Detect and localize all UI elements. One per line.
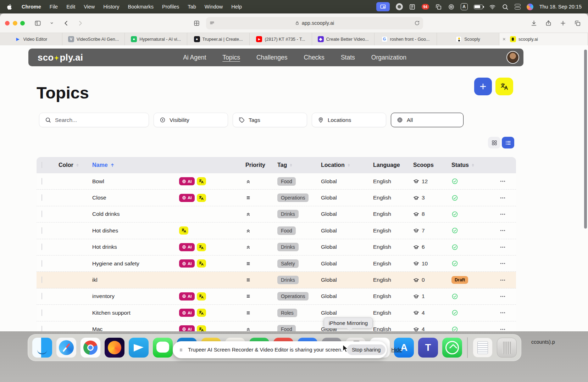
- menu-item-file[interactable]: File: [50, 4, 58, 10]
- dock-teams-icon[interactable]: T: [418, 338, 438, 358]
- nav-item-checks[interactable]: Checks: [304, 54, 324, 61]
- table-row[interactable]: inventoryAIOperationsGlobalEnglish1: [37, 288, 516, 305]
- airdrop-icon[interactable]: [448, 4, 455, 10]
- column-header-tag[interactable]: Tag: [272, 162, 317, 168]
- browser-tab[interactable]: ◆Create Better Video...: [312, 33, 375, 45]
- row-checkbox[interactable]: [41, 293, 42, 299]
- menu-item-tab[interactable]: Tab: [188, 4, 196, 10]
- tab-close-icon[interactable]: [502, 37, 506, 41]
- row-checkbox[interactable]: [41, 194, 42, 201]
- row-checkbox[interactable]: [41, 309, 42, 316]
- dock-firefox-icon[interactable]: [105, 338, 124, 358]
- window-copy-icon[interactable]: [435, 4, 442, 10]
- nav-item-stats[interactable]: Stats: [341, 54, 355, 61]
- siri-icon[interactable]: [527, 4, 533, 10]
- search-input[interactable]: [55, 117, 143, 123]
- row-checkbox[interactable]: [41, 326, 42, 331]
- row-menu-button[interactable]: [499, 178, 516, 185]
- menu-item-bookmarks[interactable]: Bookmarks: [128, 4, 154, 10]
- table-row[interactable]: Hygiene and safetyAISafetyGlobalEnglish1…: [37, 255, 516, 272]
- row-checkbox[interactable]: [41, 276, 42, 283]
- dock-safari-icon[interactable]: [56, 338, 76, 358]
- browser-tab[interactable]: ●Trupeer.ai | Create...: [187, 33, 250, 45]
- forward-button[interactable]: [74, 18, 86, 28]
- list-view-button[interactable]: [502, 137, 514, 148]
- filter-search[interactable]: [39, 113, 149, 127]
- menubar-clock[interactable]: Thu 18. Sep 20:15: [539, 4, 582, 10]
- translate-button[interactable]: [495, 78, 513, 95]
- browser-tab-active[interactable]: scooply.ai: [499, 33, 588, 45]
- menu-item-edit[interactable]: Edit: [66, 4, 75, 10]
- filter-visibility[interactable]: Visibility: [154, 113, 228, 127]
- page-layout-button[interactable]: [191, 18, 203, 28]
- row-menu-button[interactable]: [499, 211, 516, 218]
- browser-tab[interactable]: Groshen front - Goo...: [375, 33, 437, 45]
- row-menu-button[interactable]: [499, 277, 516, 283]
- row-menu-button[interactable]: [499, 244, 516, 251]
- dock-docs-icon[interactable]: [473, 338, 493, 358]
- mail-app-icon[interactable]: [409, 4, 416, 10]
- select-all-checkbox[interactable]: [41, 162, 42, 168]
- nav-item-organization[interactable]: Organization: [371, 54, 406, 61]
- filter-all[interactable]: All: [391, 113, 464, 127]
- menu-item-history[interactable]: History: [103, 4, 119, 10]
- row-checkbox[interactable]: [41, 260, 42, 267]
- row-menu-button[interactable]: [499, 326, 516, 331]
- column-header-name[interactable]: Name: [84, 162, 173, 168]
- menu-item-window[interactable]: Window: [205, 4, 223, 10]
- column-header-status[interactable]: Status: [447, 162, 495, 168]
- menubar-app-name[interactable]: Chrome: [22, 4, 41, 10]
- nav-item-ai-agent[interactable]: Ai Agent: [183, 54, 206, 61]
- window-minimize-button[interactable]: [13, 21, 17, 26]
- spotlight-search-icon[interactable]: [502, 4, 509, 10]
- sidebar-chevron-icon[interactable]: [46, 18, 57, 28]
- browser-tab[interactable]: VVideoScribe AI Gen...: [62, 33, 125, 45]
- row-menu-button[interactable]: [499, 309, 516, 316]
- notification-count-badge[interactable]: 94: [422, 4, 429, 10]
- back-button[interactable]: [60, 18, 72, 28]
- downloads-button[interactable]: [528, 18, 539, 28]
- row-checkbox[interactable]: [41, 178, 42, 185]
- refresh-icon[interactable]: [414, 20, 420, 26]
- camera-status-icon[interactable]: [396, 3, 403, 10]
- row-checkbox[interactable]: [41, 210, 42, 217]
- filter-tags[interactable]: Tags: [233, 113, 307, 127]
- dock-messages-icon[interactable]: [153, 338, 173, 358]
- desktop-file-label[interactable]: ccounts).p: [531, 339, 555, 345]
- row-menu-button[interactable]: [499, 195, 516, 201]
- row-menu-button[interactable]: [499, 260, 516, 267]
- scooply-logo[interactable]: sco ply.ai: [38, 52, 83, 63]
- table-row[interactable]: MacAIFoodGlobalEnglish4: [37, 321, 516, 331]
- apple-logo-icon[interactable]: [6, 4, 13, 10]
- add-topic-button[interactable]: [474, 78, 492, 95]
- stop-sharing-button[interactable]: Stop sharing: [347, 344, 385, 355]
- browser-tab[interactable]: Scooply: [437, 33, 499, 45]
- page-scrollbar[interactable]: [584, 50, 587, 229]
- table-row[interactable]: CloseAIOperationsGlobalEnglish3: [37, 190, 516, 206]
- share-button[interactable]: [543, 18, 554, 28]
- column-header-color[interactable]: Color: [51, 162, 84, 168]
- row-menu-button[interactable]: [499, 293, 516, 300]
- filter-locations[interactable]: Locations: [312, 113, 386, 127]
- window-close-button[interactable]: [5, 21, 10, 26]
- menu-item-view[interactable]: View: [84, 4, 95, 10]
- table-row[interactable]: Cold drinksDrinksGlobalEnglish8: [37, 206, 516, 223]
- menu-item-help[interactable]: Help: [231, 4, 242, 10]
- table-row[interactable]: iklDrinksGlobalEnglish0Draft: [37, 272, 516, 288]
- browser-tab[interactable]: ▶Video Editor: [0, 33, 62, 45]
- hide-link[interactable]: Hide: [391, 347, 402, 353]
- nav-item-topics[interactable]: Topics: [222, 54, 240, 61]
- row-checkbox[interactable]: [41, 227, 42, 234]
- user-avatar[interactable]: [506, 51, 519, 64]
- screen-sharing-indicator-icon[interactable]: [376, 2, 390, 11]
- nav-item-challenges[interactable]: Challenges: [256, 54, 288, 61]
- menu-item-profiles[interactable]: Profiles: [162, 4, 179, 10]
- dock-finder-icon[interactable]: [32, 338, 52, 358]
- tab-overview-button[interactable]: [572, 18, 583, 28]
- browser-tab[interactable]: ●Hypernatural - AI vi...: [125, 33, 187, 45]
- dock-telegram-icon[interactable]: [129, 338, 149, 358]
- column-header-location[interactable]: Location: [317, 162, 368, 168]
- dock-trash-icon[interactable]: [497, 338, 517, 358]
- wifi-icon[interactable]: [489, 4, 496, 10]
- new-tab-button[interactable]: [557, 18, 568, 28]
